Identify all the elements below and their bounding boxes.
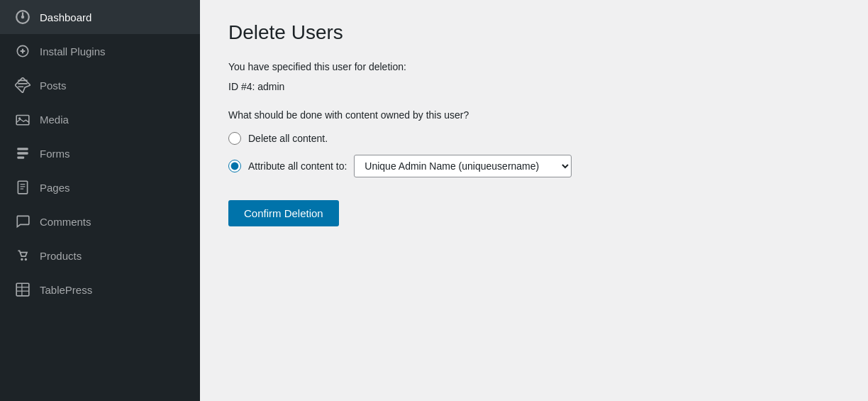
forms-icon bbox=[14, 145, 31, 162]
user-id-text: ID #4: admin bbox=[228, 81, 840, 92]
page-title: Delete Users bbox=[228, 21, 840, 44]
sidebar-item-label: Install Plugins bbox=[40, 45, 106, 57]
sidebar-item-label: Dashboard bbox=[40, 11, 91, 23]
sidebar-item-label: Products bbox=[40, 250, 82, 262]
pages-icon bbox=[14, 179, 31, 196]
svg-rect-11 bbox=[16, 283, 29, 296]
deletion-description: You have specified this user for deletio… bbox=[228, 61, 840, 72]
attribute-option-row: Attribute all content to: Unique Admin N… bbox=[228, 155, 840, 177]
sidebar-item-label: TablePress bbox=[40, 284, 92, 296]
delete-all-radio[interactable] bbox=[228, 132, 241, 145]
svg-point-1 bbox=[21, 16, 24, 18]
attribute-label: Attribute all content to: bbox=[248, 160, 347, 172]
sidebar-item-install-plugins[interactable]: Install Plugins bbox=[0, 34, 200, 68]
sidebar-item-label: Comments bbox=[40, 216, 91, 228]
svg-rect-5 bbox=[17, 148, 28, 150]
tablepress-icon bbox=[14, 281, 31, 298]
sidebar-item-forms[interactable]: Forms bbox=[0, 136, 200, 170]
media-icon bbox=[14, 111, 31, 128]
dashboard-icon bbox=[14, 9, 31, 26]
confirm-deletion-button[interactable]: Confirm Deletion bbox=[228, 200, 339, 226]
attribute-user-select[interactable]: Unique Admin Name (uniqueusername) bbox=[354, 155, 572, 177]
products-icon bbox=[14, 247, 31, 264]
sidebar-item-label: Media bbox=[40, 114, 69, 126]
sidebar-item-posts[interactable]: Posts bbox=[0, 68, 200, 102]
svg-rect-7 bbox=[17, 156, 24, 158]
sidebar-item-label: Posts bbox=[40, 79, 67, 92]
comments-icon bbox=[14, 213, 31, 230]
delete-all-label: Delete all content. bbox=[248, 133, 328, 144]
svg-point-10 bbox=[25, 258, 27, 260]
main-content: Delete Users You have specified this use… bbox=[200, 0, 868, 401]
sidebar-item-products[interactable]: Products bbox=[0, 238, 200, 273]
svg-rect-3 bbox=[16, 116, 29, 125]
svg-point-9 bbox=[21, 258, 23, 260]
delete-all-option[interactable]: Delete all content. bbox=[228, 132, 840, 145]
content-options: Delete all content. Attribute all conten… bbox=[228, 132, 840, 177]
attribute-radio[interactable] bbox=[228, 160, 241, 172]
svg-rect-8 bbox=[18, 181, 27, 194]
sidebar-item-tablepress[interactable]: TablePress bbox=[0, 273, 200, 307]
sidebar-item-comments[interactable]: Comments bbox=[0, 204, 200, 238]
attribute-option[interactable]: Attribute all content to: bbox=[228, 160, 347, 172]
sidebar-item-media[interactable]: Media bbox=[0, 102, 200, 136]
sidebar-item-label: Forms bbox=[40, 148, 70, 160]
sidebar-item-label: Pages bbox=[40, 182, 70, 194]
svg-rect-6 bbox=[17, 152, 28, 154]
sidebar-item-dashboard[interactable]: Dashboard bbox=[0, 0, 200, 34]
sidebar-item-pages[interactable]: Pages bbox=[0, 170, 200, 204]
sidebar: Dashboard Install Plugins Posts Media Fo… bbox=[0, 0, 200, 401]
content-question: What should be done with content owned b… bbox=[228, 109, 840, 121]
plugins-icon bbox=[14, 43, 31, 60]
posts-icon bbox=[14, 77, 31, 94]
